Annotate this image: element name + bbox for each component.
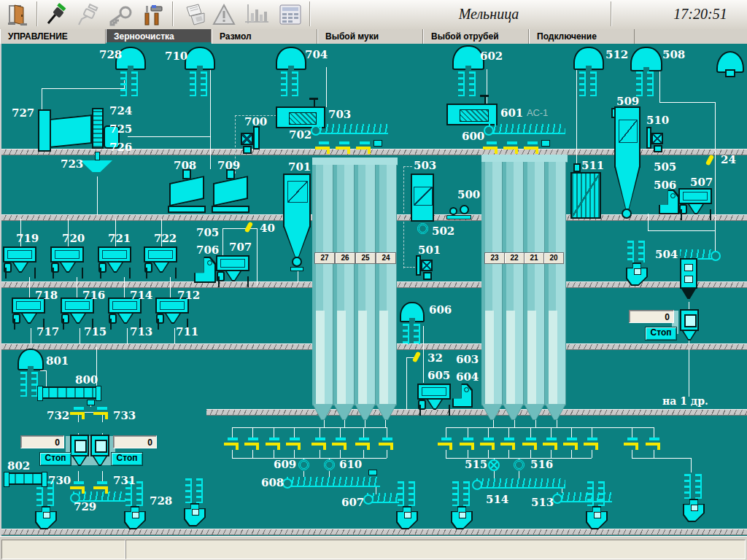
alarm-bell-icon[interactable] [716,51,744,73]
gate-valve[interactable] [584,438,601,450]
filter-701-outlet[interactable] [292,257,302,267]
valve-40[interactable] [244,221,253,233]
cyclone-710[interactable] [185,47,215,70]
machine-727[interactable] [50,114,92,148]
separator-719[interactable] [3,245,39,279]
valve-24[interactable] [705,154,714,166]
scale-left-2[interactable] [90,435,109,468]
gate-valve[interactable] [336,141,353,154]
feeder-510[interactable] [651,133,663,144]
gate-valve[interactable] [624,438,641,450]
valve-502[interactable] [417,223,428,234]
feeder-700[interactable] [253,126,260,149]
elevator-boot[interactable] [396,506,418,529]
machine-707[interactable] [216,254,252,287]
stop-button-right[interactable]: Стоп [645,327,677,341]
valve-610[interactable] [324,459,335,470]
screw-conveyor-608[interactable] [287,477,380,487]
hopper-504[interactable] [680,258,697,289]
gate-box[interactable] [374,140,382,147]
gate-valve[interactable] [332,438,349,450]
gate-valve[interactable] [524,141,541,154]
device-500[interactable] [460,205,469,214]
elevator-boot[interactable] [586,506,608,529]
gate-valve[interactable] [315,141,333,154]
valve-609[interactable] [298,459,309,470]
gate-valve[interactable] [522,438,540,450]
feeder-700[interactable] [243,146,252,154]
machine-727[interactable] [92,108,104,149]
connect-plug-icon[interactable] [45,3,69,26]
gate-box[interactable] [541,140,550,147]
gate-valve[interactable] [286,438,303,450]
tab-razmol[interactable]: Размол [212,29,317,44]
separator-507[interactable] [678,187,715,220]
filter-701-cone[interactable] [283,226,311,258]
scale-right[interactable] [680,309,699,343]
filter-509-cone[interactable] [614,166,640,210]
blower-604[interactable] [452,384,473,408]
separator-709[interactable] [213,176,248,206]
screw-conveyor-514[interactable] [476,478,565,489]
gate-valve[interactable] [356,141,374,154]
service-tools-icon[interactable] [140,3,163,26]
scale-left-1[interactable] [70,435,89,468]
weight-display-left-2[interactable]: 0 [113,435,157,448]
gate-valve[interactable] [379,438,396,450]
feeder-501[interactable] [416,255,421,276]
exit-door-icon[interactable] [6,3,29,26]
gate-valve[interactable] [563,438,581,450]
valve-516[interactable] [514,459,525,470]
gate-valve[interactable] [266,438,283,450]
cyclone-512[interactable] [573,47,604,70]
tab-podklyuchenie[interactable]: Подключение [529,29,635,44]
gate-valve[interactable] [311,438,329,450]
separator-720[interactable] [50,245,87,279]
elevator-boot[interactable] [184,503,206,526]
report-icon[interactable] [182,3,206,26]
feeder-510[interactable] [654,145,662,152]
screw-conveyor-702[interactable] [315,124,388,134]
tab-vyboj-muki[interactable]: Выбой муки [317,29,423,44]
gate-valve-732[interactable] [70,407,88,419]
drum-conveyor-800[interactable] [39,386,99,399]
separator-708[interactable] [169,176,204,206]
stop-button-left-1[interactable]: Стоп [39,452,71,466]
filter-509-outlet[interactable] [622,209,632,219]
tab-vyboj-otrubej[interactable]: Выбой отрубей [423,29,529,44]
screw-conveyor-513[interactable] [557,492,612,502]
gate-valve[interactable] [646,438,663,450]
elevator-boot[interactable] [683,499,705,522]
gate-valve[interactable] [500,438,518,450]
cyclone-606[interactable] [400,302,425,322]
machine-605[interactable] [417,382,454,416]
elevator-boot[interactable] [451,506,473,529]
valve-515[interactable] [488,459,500,471]
feeder-501[interactable] [421,260,433,271]
feeder-501[interactable] [423,272,432,280]
gate-valve[interactable] [460,438,477,450]
funnel-723[interactable] [80,160,112,172]
drum-conveyor-802[interactable] [6,472,45,485]
gate-valve-733[interactable] [93,407,111,419]
key-icon[interactable] [108,3,131,26]
gate-valve[interactable] [244,438,262,450]
gate-valve[interactable] [543,438,560,450]
gate-valve[interactable] [503,141,521,154]
elevator-boot[interactable] [124,506,146,529]
gate-valve[interactable] [483,141,500,154]
valve-32[interactable] [412,351,421,362]
blower-706[interactable] [194,257,216,283]
separator-708-base[interactable] [168,206,206,213]
cyclone-508[interactable] [630,47,662,71]
device-500[interactable] [449,207,457,215]
gate-valve[interactable] [480,438,498,450]
separator-709-base[interactable] [212,206,249,213]
tab-upravlenie[interactable]: УПРАВЛЕНИЕ [0,29,106,44]
gate-valve[interactable] [355,438,373,450]
blower-506[interactable] [659,190,679,214]
separator-722[interactable] [144,245,180,279]
separator-511[interactable] [570,172,601,219]
feeder-510[interactable] [646,127,651,149]
feeder-700[interactable] [241,133,253,145]
